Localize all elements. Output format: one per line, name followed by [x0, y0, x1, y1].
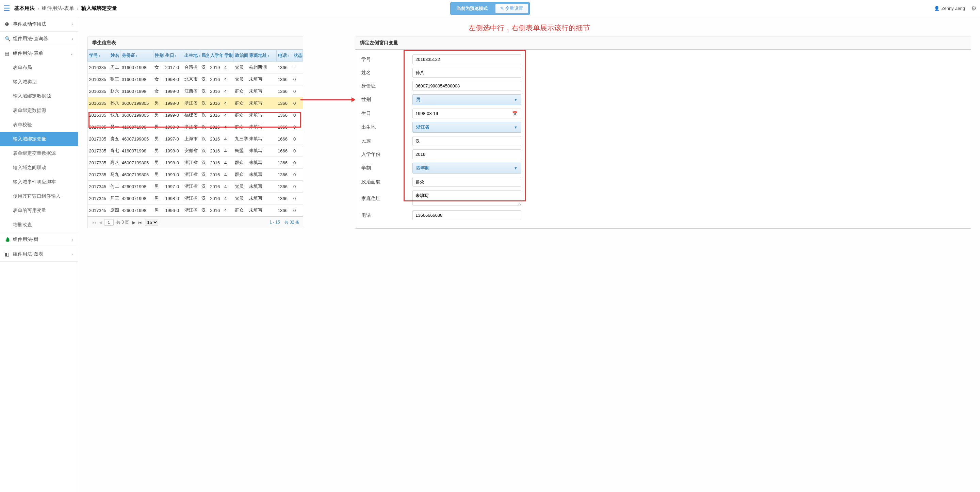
- sidebar-group-icon: ❶: [5, 21, 11, 27]
- table-cell: 2016: [208, 85, 223, 97]
- table-cell: 未填写: [248, 181, 276, 193]
- input-id-card[interactable]: [412, 81, 521, 91]
- table-cell: 0: [292, 181, 302, 193]
- sidebar-group-head[interactable]: ◧组件用法-图表‹: [0, 247, 78, 261]
- table-row[interactable]: 2016335钱九36007199805男1999-0福建省汉20164群众未填…: [88, 109, 303, 121]
- input-enroll-year[interactable]: [412, 150, 521, 159]
- table-row[interactable]: 2017335贵五46007199805男1997-0上海市汉20164九三学未…: [88, 133, 303, 145]
- table-cell: 1366: [276, 204, 292, 217]
- pager-page-input[interactable]: [104, 219, 114, 226]
- table-row[interactable]: 2016335孙八36007199805男1998-0浙江省汉20164群众未填…: [88, 97, 303, 109]
- gear-icon[interactable]: ⚙: [971, 5, 977, 12]
- table-column-header[interactable]: 性别♦: [153, 50, 164, 62]
- table-column-header[interactable]: 出生地♦: [183, 50, 200, 62]
- input-nation[interactable]: [412, 136, 521, 146]
- table-cell: 1997-0: [164, 133, 183, 145]
- sidebar-item[interactable]: 表单的可用变量: [0, 204, 78, 218]
- textarea-address[interactable]: [412, 190, 521, 206]
- table-cell: 九三学: [234, 133, 248, 145]
- select-gender[interactable]: 男 ▼: [412, 94, 521, 105]
- table-row[interactable]: 2016335赵六3160071998女1999-0江西省汉20164群众未填写…: [88, 85, 303, 97]
- sidebar-item[interactable]: 输入域绑定数据源: [0, 89, 78, 103]
- variable-settings-button[interactable]: 变量设置: [495, 4, 528, 13]
- table-column-header[interactable]: 电话♦: [276, 50, 292, 62]
- table-cell: 马九: [109, 169, 120, 181]
- table-column-header[interactable]: 学号♦: [88, 50, 109, 62]
- sidebar-group-head[interactable]: ❶事件及动作用法‹: [0, 17, 78, 31]
- menu-toggle-icon[interactable]: ☰: [3, 4, 10, 13]
- annotation-arrow: [305, 36, 353, 210]
- sidebar-item[interactable]: 表单绑定变量数据源: [0, 146, 78, 161]
- sidebar-item[interactable]: 输入域事件响应脚本: [0, 175, 78, 189]
- pager-size-select[interactable]: 15: [145, 219, 158, 226]
- table-column-header[interactable]: 政治面♦: [234, 50, 248, 62]
- table-cell: 1998-0: [164, 97, 183, 109]
- table-row[interactable]: 2017345何二4260071998男1997-0浙江省汉20164党员未填写…: [88, 181, 303, 193]
- sidebar-item[interactable]: 输入域类型: [0, 75, 78, 89]
- table-row[interactable]: 2017335马九46007199805男1999-0浙江省汉20164群众未填…: [88, 169, 303, 181]
- breadcrumb-mid[interactable]: 组件用法-表单: [42, 5, 74, 11]
- sidebar-group-head[interactable]: ▤组件用法-表单⌄: [0, 46, 78, 61]
- pager-last-icon[interactable]: ⏭: [137, 220, 143, 226]
- panel-student-table: 学生信息表 学号♦姓名♦身份证♦性别♦生日♦出生地♦民族♦入学年♦学制♦政治面♦…: [87, 36, 303, 228]
- sidebar-group-head[interactable]: 🌲组件用法-树‹: [0, 232, 78, 247]
- input-birthday[interactable]: [413, 109, 509, 118]
- table-row[interactable]: 2017335肖七4160071998男1998-0安徽省汉20164民盟未填写…: [88, 145, 303, 157]
- table-row[interactable]: 2016335张三3160071998女1998-0北京市汉20164党员未填写…: [88, 73, 303, 85]
- table-cell: 0: [292, 145, 302, 157]
- input-political[interactable]: [412, 177, 521, 187]
- sidebar-item[interactable]: 表单绑定数据源: [0, 103, 78, 118]
- panel-bound-form: 绑定左侧窗口变量 学号 姓名 身份证: [355, 36, 971, 229]
- select-schooling[interactable]: 四年制 ▼: [412, 162, 521, 174]
- pager-first-icon[interactable]: ⏮: [91, 220, 98, 226]
- user-icon: 👤: [934, 6, 940, 11]
- table-cell: 4: [223, 157, 234, 169]
- table-column-header[interactable]: 家庭地址♦: [248, 50, 276, 62]
- table-row[interactable]: 2017335高八46007199805男1998-0浙江省汉20164群众未填…: [88, 157, 303, 169]
- user-menu[interactable]: 👤 Zenny Zeng: [934, 6, 965, 11]
- table-column-header[interactable]: 学制♦: [223, 50, 234, 62]
- input-phone[interactable]: [412, 210, 521, 220]
- sidebar-item[interactable]: 表单校验: [0, 118, 78, 132]
- table-cell: 1998-0: [164, 145, 183, 157]
- sidebar-item[interactable]: 输入域之间联动: [0, 161, 78, 175]
- table-cell: 周二: [109, 62, 120, 73]
- table-cell: 4: [223, 109, 234, 121]
- table-column-header[interactable]: 民族♦: [200, 50, 208, 62]
- table-cell: 赵六: [109, 85, 120, 97]
- sort-icon: ♦: [175, 54, 177, 57]
- breadcrumb-root[interactable]: 基本用法: [14, 5, 35, 11]
- calendar-icon[interactable]: 📅: [509, 111, 521, 116]
- table-row[interactable]: 2017345庶四4260071998男1996-0浙江省汉20164群众未填写…: [88, 204, 303, 217]
- sidebar-item[interactable]: 输入域绑定变量: [0, 132, 78, 146]
- table-cell: 汉: [200, 109, 208, 121]
- sidebar-item[interactable]: 表单布局: [0, 61, 78, 75]
- pager-next-icon[interactable]: ▶: [131, 220, 137, 226]
- chevron-icon: ‹: [72, 22, 73, 26]
- input-birthday-wrapper[interactable]: 📅: [412, 108, 521, 118]
- table-cell: 1996-0: [164, 204, 183, 217]
- table-cell: 民盟: [234, 145, 248, 157]
- input-student-id[interactable]: [412, 54, 521, 64]
- select-birthplace[interactable]: 浙江省 ▼: [412, 122, 521, 133]
- table-column-header[interactable]: 生日♦: [164, 50, 183, 62]
- table-cell: 2017335: [88, 133, 109, 145]
- table-row[interactable]: 2017335吴一4160071998男1998-0浙江省汉20164群众未填写…: [88, 121, 303, 133]
- sidebar-group-head[interactable]: 🔍组件用法-查询器‹: [0, 32, 78, 46]
- chevron-icon: ‹: [72, 237, 73, 242]
- table-cell: 未填写: [248, 73, 276, 85]
- table-column-header[interactable]: 状态♦: [292, 50, 302, 62]
- table-column-header[interactable]: 姓名♦: [109, 50, 120, 62]
- table-row[interactable]: 2017345居三4260071998男1998-0浙江省汉20164党员未填写…: [88, 193, 303, 204]
- input-name[interactable]: [412, 68, 521, 78]
- pager-prev-icon[interactable]: ◀: [98, 220, 103, 226]
- table-row[interactable]: 2016335周二3160071998女2017-0台湾省汉20194党员杭州西…: [88, 62, 303, 73]
- table-cell: 浙江省: [183, 157, 200, 169]
- table-cell: 汉: [200, 145, 208, 157]
- sidebar-item[interactable]: 使用其它窗口组件输入: [0, 189, 78, 204]
- table-column-header[interactable]: 身份证♦: [121, 50, 153, 62]
- table-column-header[interactable]: 入学年♦: [208, 50, 223, 62]
- sidebar-item[interactable]: 增删改查: [0, 218, 78, 232]
- table-cell: 群众: [234, 204, 248, 217]
- table-cell: 4160071998: [121, 121, 153, 133]
